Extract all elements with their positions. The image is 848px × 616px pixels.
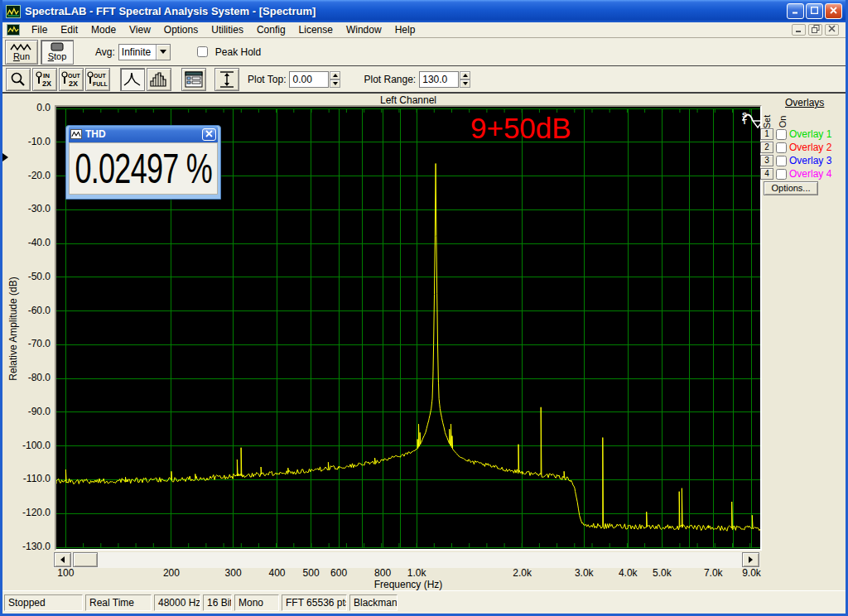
zoom-out-full-button[interactable]: OUT FULL (85, 68, 110, 91)
chevron-down-icon (160, 50, 166, 54)
status-panel-6: Blackman (349, 594, 398, 611)
menu-item-file[interactable]: File (25, 22, 54, 37)
overlay-set-button-3[interactable]: 3 (760, 155, 773, 166)
overlay-set-button-4[interactable]: 4 (760, 168, 773, 180)
overlay-set-button-2[interactable]: 2 (760, 142, 773, 153)
thd-window-icon (70, 129, 82, 139)
x-tick-label: 7.0k (704, 567, 723, 579)
overlays-on-label: On (778, 116, 788, 128)
menu-item-license[interactable]: License (292, 22, 340, 37)
thd-value: 0.02497 % (70, 145, 212, 193)
x-tick-label: 3.0k (575, 567, 594, 579)
menu-item-window[interactable]: Window (340, 22, 388, 37)
maximize-button[interactable] (806, 3, 823, 19)
thd-window-title: THD (85, 128, 202, 140)
overlay-label-4: Overlay 4 (789, 168, 831, 180)
status-panel-5: FFT 65536 pts (282, 594, 347, 611)
status-panel-0: Stopped (4, 594, 83, 611)
x-tick-label: 9.0k (742, 567, 761, 579)
display-options-button[interactable] (181, 68, 206, 91)
overlays-panel: Overlays Set On 1Overlay 12Overlay 23Ove… (760, 97, 843, 108)
menu-item-help[interactable]: Help (388, 22, 422, 37)
minimize-button[interactable] (787, 3, 804, 19)
menu-item-view[interactable]: View (123, 22, 157, 37)
overlay-label-1: Overlay 1 (789, 128, 831, 140)
stop-button[interactable]: Stop (41, 40, 74, 65)
avg-combobox[interactable]: Infinite (118, 44, 171, 60)
status-panel-3: 16 Bit (203, 594, 232, 611)
svg-text:2X: 2X (42, 79, 51, 88)
status-bar: StoppedReal Time48000 Hz16 BitMonoFFT 65… (2, 590, 846, 614)
generator-indicator-icon: ST (742, 112, 747, 125)
run-button-label: Run (13, 52, 30, 61)
spectrum-document-icon[interactable] (7, 24, 20, 36)
overlay-label-3: Overlay 3 (789, 155, 831, 166)
y-tick-label: -30.0 (2, 203, 51, 214)
menu-item-utilities[interactable]: Utilities (205, 22, 250, 37)
line-plot-mode-button[interactable] (120, 68, 145, 91)
x-tick-label: 300 (225, 567, 242, 579)
overlay-row-1: 1Overlay 1 (760, 128, 831, 141)
menu-item-options[interactable]: Options (157, 22, 205, 37)
channel-title: Left Channel (56, 94, 760, 106)
overlay-on-checkbox-4[interactable] (776, 169, 787, 180)
zoom-in-2x-icon: IN 2X (35, 70, 55, 89)
mdi-minimize-button[interactable] (792, 24, 806, 36)
y-axis-title: Relative Amplitude (dB) (7, 221, 19, 436)
overlay-on-checkbox-3[interactable] (776, 156, 787, 166)
overlay-set-button-1[interactable]: 1 (760, 128, 773, 140)
scroll-right-button[interactable] (742, 552, 759, 567)
y-tick-label: -10.0 (2, 136, 51, 147)
plot-top-spinner[interactable] (330, 71, 340, 88)
scroll-thumb[interactable] (73, 552, 98, 567)
svg-text:IN: IN (43, 72, 50, 79)
peak-hold-label: Peak Hold (215, 46, 261, 58)
overlay-on-checkbox-2[interactable] (776, 142, 787, 153)
plot-top-label: Plot Top: (248, 74, 286, 85)
overlays-options-button[interactable]: Options... (764, 181, 818, 195)
window-title: SpectraLAB - FFT Spectral Analysis Syste… (25, 5, 785, 17)
zoom-in-2x-button[interactable]: IN 2X (32, 68, 57, 91)
y-tick-label: -60.0 (2, 305, 51, 316)
sine-wave-icon (742, 112, 760, 130)
scroll-left-button[interactable] (54, 552, 71, 567)
mdi-restore-button[interactable] (808, 24, 822, 36)
plot-range-spinner[interactable] (460, 71, 470, 88)
x-tick-label: 100 (57, 567, 74, 579)
autoscale-button[interactable] (214, 68, 239, 91)
menu-item-edit[interactable]: Edit (54, 22, 84, 37)
plot-annotation: 9+50dB (470, 112, 571, 145)
x-axis-title: Frequency (Hz) (374, 579, 443, 590)
plot-hscrollbar[interactable] (53, 552, 760, 568)
y-tick-label: -90.0 (2, 406, 51, 417)
mdi-close-button[interactable] (825, 24, 839, 36)
thd-window[interactable]: THD 0.02497 % (65, 125, 221, 200)
overlay-row-3: 3Overlay 3 (760, 154, 831, 167)
y-tick-label: -100.0 (2, 440, 51, 451)
menu-item-mode[interactable]: Mode (84, 22, 123, 37)
x-tick-label: 500 (303, 567, 320, 579)
run-button[interactable]: Run (5, 40, 38, 65)
x-tick-label: 800 (374, 567, 391, 579)
x-tick-label: 5.0k (653, 567, 672, 579)
plot-range-input[interactable] (419, 71, 459, 88)
peak-hold-checkbox[interactable] (197, 46, 208, 57)
plot-top-input[interactable] (289, 71, 329, 88)
thd-title-bar[interactable]: THD (69, 126, 218, 142)
avg-dropdown-arrow[interactable] (156, 45, 170, 60)
magnifier-icon (10, 71, 26, 88)
bar-plot-mode-button[interactable] (147, 68, 171, 91)
zoom-cursor-button[interactable] (6, 68, 31, 91)
zoom-out-2x-button[interactable]: OUT 2X (59, 68, 84, 91)
overlay-row-4: 4Overlay 4 (760, 167, 831, 180)
app-icon (6, 5, 21, 18)
thd-close-button[interactable] (202, 128, 216, 141)
status-panel-1: Real Time (85, 594, 152, 611)
close-button[interactable] (825, 3, 842, 19)
bar-plot-icon (150, 71, 168, 88)
pane-splitter-arrow[interactable] (2, 153, 8, 161)
autoscale-icon (219, 70, 235, 89)
overlay-on-checkbox-1[interactable] (776, 129, 787, 140)
y-tick-label: -80.0 (2, 372, 51, 383)
menu-item-config[interactable]: Config (250, 22, 292, 37)
